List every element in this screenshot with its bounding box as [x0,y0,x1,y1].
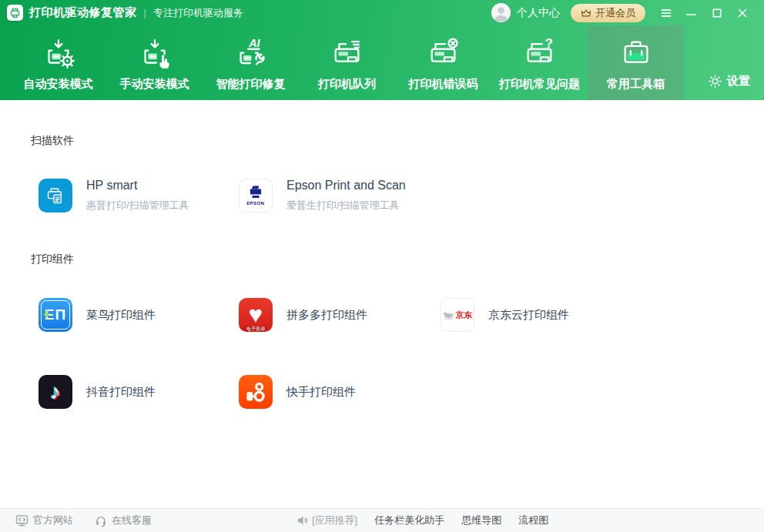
menu-icon[interactable] [653,3,679,23]
user-avatar[interactable] [491,3,511,22]
print-components-grid: EΠ 菜鸟打印组件 ♥ 电子面单 拼多多打印组件 [39,293,687,413]
app-item-hp-smart[interactable]: HP smart 惠普打印/扫描管理工具 [39,174,239,217]
crown-icon [581,8,591,18]
titlebar-right: 个人中心 开通会员 [491,3,755,23]
maximize-icon[interactable] [704,3,729,23]
item-texts: HP smart 惠普打印/扫描管理工具 [86,179,189,212]
tab-toolbox[interactable]: 常用工具箱 [588,25,684,100]
hp-smart-icon [39,179,72,212]
item-title: HP smart [86,179,189,192]
tab-printer-faq[interactable]: ? 打印机常见问题 [491,25,588,100]
item-texts: Epson Print and Scan 爱普生打印/扫描管理工具 [286,179,406,212]
close-icon[interactable] [729,3,755,23]
jd-wordmark: 京东 [456,309,473,321]
minimize-icon[interactable] [679,3,704,23]
tab-label: 打印机队列 [318,77,376,92]
app-item-douyin-print[interactable]: ♪ 抖音打印组件 [39,370,239,413]
tab-ai-print-repair[interactable]: AI 智能打印修复 [203,25,299,100]
open-membership-label: 开通会员 [595,6,635,20]
footer-bar: 官方网站 在线客服 [0,508,764,532]
kuaishou-icon [239,375,273,409]
app-subtitle: 专注打印机驱动服务 [153,6,243,20]
app-recommend-group: [应用推荐] [297,514,357,527]
printer-queue-icon [330,36,365,72]
official-website-label: 官方网站 [33,514,73,527]
window-controls [653,3,755,23]
main-nav: 自动安装模式 手动安装模式 AI [0,25,764,100]
section-title-print-components: 打印组件 [31,253,74,266]
svg-text:AI: AI [248,37,260,49]
tab-label: 打印机错误码 [409,77,478,92]
tab-label: 手动安装模式 [120,77,189,92]
item-title: 菜鸟打印组件 [86,308,156,323]
app-item-pinduoduo-print[interactable]: ♥ 电子面单 拼多多打印组件 [239,293,441,336]
footer-link-taskbar-beautify[interactable]: 任务栏美化助手 [374,514,444,527]
speaker-icon [297,515,308,526]
manual-install-icon [137,36,173,72]
tab-auto-install[interactable]: 自动安装模式 [10,25,106,100]
app-item-kuaishou-print[interactable]: 快手打印组件 [239,370,441,413]
app-item-jd-cloud-print[interactable]: 京东 京东云打印组件 [441,293,687,336]
tab-label: 自动安装模式 [24,77,93,92]
tab-manual-install[interactable]: 手动安装模式 [106,25,203,100]
app-title: 打印机驱动修复管家 [29,5,137,20]
pinduoduo-banner-text: 电子面单 [245,326,266,331]
app-logo-printer-icon [7,5,23,21]
item-title: 拼多多打印组件 [286,308,367,323]
user-center-link[interactable]: 个人中心 [517,6,560,20]
header: 打印机驱动修复管家 | 专注打印机驱动服务 个人中心 [0,0,764,100]
heart-glyph: ♥ [249,303,263,326]
printer-faq-icon: ? [522,36,558,72]
footer-link-mind-map[interactable]: 思维导图 [461,514,501,527]
printer-driver-repair-app: 打印机驱动修复管家 | 专注打印机驱动服务 个人中心 [0,0,764,532]
pinduoduo-icon: ♥ 电子面单 [239,298,273,332]
titlebar: 打印机驱动修复管家 | 专注打印机驱动服务 个人中心 [0,0,764,25]
app-recommend-label: [应用推荐] [312,514,357,527]
tab-printer-queue[interactable]: 打印机队列 [299,25,395,100]
toolbox-content: 扫描软件 HP smart 惠普打印/扫描管理工具 [0,100,764,508]
toolbox-icon [618,36,654,72]
jd-dog-icon [443,310,454,320]
tab-label: 常用工具箱 [607,77,665,92]
open-membership-button[interactable]: 开通会员 [571,4,645,22]
footer-link-flowchart[interactable]: 流程图 [518,514,548,527]
auto-install-icon [41,36,76,72]
footer-left: 官方网站 在线客服 [15,514,152,527]
settings-button[interactable]: 设置 [708,74,764,100]
item-subtitle: 爱普生打印/扫描管理工具 [286,199,406,212]
printer-error-code-icon [426,36,461,72]
douyin-icon: ♪ [39,375,72,409]
section-title-scan-software: 扫描软件 [31,134,74,148]
app-item-epson-print-and-scan[interactable]: EPSON Epson Print and Scan 爱普生打印/扫描管理工具 [239,174,441,217]
tab-label: 智能打印修复 [216,77,286,92]
epson-icon: EPSON [239,179,273,212]
title-divider: | [144,7,146,18]
official-website-link[interactable]: 官方网站 [15,514,73,527]
online-support-link[interactable]: 在线客服 [95,514,152,527]
footer-right: [应用推荐] 任务栏美化助手 思维导图 流程图 [297,514,548,527]
scan-software-grid: HP smart 惠普打印/扫描管理工具 EPSON Epson Print a… [39,174,687,217]
headset-icon [95,514,107,527]
ai-print-repair-icon: AI [233,36,269,72]
item-title: 抖音打印组件 [86,385,156,400]
lightning-bolt-icon [43,309,50,323]
music-note-glyph: ♪ [50,382,61,403]
gear-icon [708,74,722,89]
cainiao-icon: EΠ [39,298,72,332]
item-title: 京东云打印组件 [488,308,569,323]
jd-cloud-icon: 京东 [441,298,474,332]
app-item-cainiao-print[interactable]: EΠ 菜鸟打印组件 [39,293,239,336]
epson-wordmark: EPSON [246,200,264,206]
item-subtitle: 惠普打印/扫描管理工具 [86,199,189,212]
settings-label: 设置 [727,74,750,89]
tab-printer-error-codes[interactable]: 打印机错误码 [395,25,491,100]
item-title: Epson Print and Scan [286,179,406,192]
monitor-icon [15,514,28,527]
item-title: 快手打印组件 [286,385,356,400]
online-support-label: 在线客服 [112,514,152,527]
tab-label: 打印机常见问题 [499,77,580,92]
